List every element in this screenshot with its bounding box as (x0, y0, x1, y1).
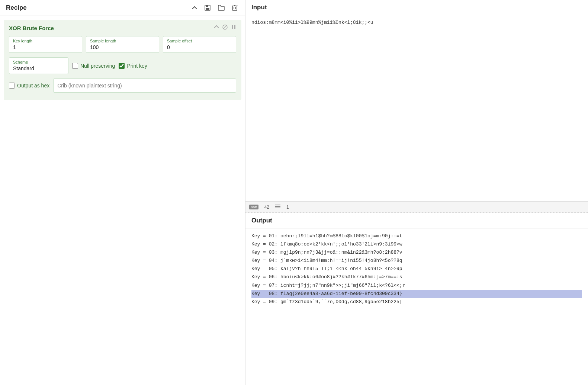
fields-row-1: Key length 1 Sample length 100 Sample of… (9, 36, 236, 53)
output-line: Key = 08: flag{2e0ee4a8-aa6d-11ef-be99-8… (251, 290, 582, 298)
collapse-button[interactable] (190, 4, 199, 12)
output-line: Key = 06: hboiu<k>kk:o6#oo8j#??kh#lk77#6… (251, 273, 582, 281)
crib-input[interactable] (53, 78, 236, 93)
input-section: Input asc 42 1 (245, 0, 588, 213)
xor-block-header: XOR Brute Force (9, 24, 236, 32)
app-container: Recipe (0, 0, 588, 385)
svg-line-9 (223, 25, 227, 29)
key-length-label: Key length (13, 39, 78, 43)
lines-count: 1 (286, 205, 289, 210)
folder-icon (218, 4, 225, 11)
svg-rect-10 (232, 25, 233, 29)
recipe-header: Recipe (0, 0, 245, 16)
output-as-hex-checkbox[interactable]: Output as hex (9, 83, 49, 89)
xor-block-title: XOR Brute Force (9, 25, 54, 31)
scheme-field: Scheme Standard (9, 57, 68, 74)
recipe-title: Recipe (6, 4, 27, 12)
print-key-input[interactable] (119, 63, 125, 69)
trash-icon (232, 4, 238, 11)
sample-offset-label: Sample offset (167, 39, 232, 43)
xor-block-actions (214, 24, 236, 32)
input-textarea[interactable] (245, 15, 588, 201)
scheme-value[interactable]: Standard (13, 65, 64, 71)
output-line: Key = 01: oehnr;l9ll=h1$hh?m$88lo$kl00$1… (251, 232, 582, 240)
output-line: Key = 07: icnht=j?jj;n7"nn9k">>;ji"mj66"… (251, 282, 582, 290)
output-header: Output (245, 213, 588, 228)
xor-disable-icon[interactable] (222, 24, 228, 32)
output-area: Key = 01: oehnr;l9ll=h1$hh?m$88lo$kl00$1… (245, 228, 588, 385)
recipe-header-icons (190, 4, 239, 12)
right-panel: Input asc 42 1 Output Key = 01: oehnr;l9… (245, 0, 588, 385)
svg-rect-1 (206, 5, 208, 7)
output-line: Key = 04: j`mkw>i<ii8m4!mm:h!==ij!ni55!4… (251, 257, 582, 265)
svg-rect-3 (232, 6, 237, 10)
sample-offset-value[interactable]: 0 (167, 44, 232, 50)
xor-pause-icon[interactable] (231, 25, 236, 31)
output-section: Output Key = 01: oehnr;l9ll=h1$hh?m$88lo… (245, 213, 588, 385)
sample-length-field: Sample length 100 (86, 36, 159, 53)
hex-row: Output as hex (9, 78, 236, 93)
null-preserving-checkbox[interactable]: Null preserving (72, 63, 115, 69)
xor-brute-force-block: XOR Brute Force (4, 20, 241, 100)
output-line: Key = 09: gm`fz3d1dd5`9,``7e,00dg,cd88,9… (251, 298, 582, 306)
key-length-field: Key length 1 (9, 36, 82, 53)
left-panel: Recipe (0, 0, 245, 385)
char-count: 42 (264, 205, 269, 210)
print-key-label: Print key (127, 63, 147, 69)
null-preserving-label: Null preserving (80, 63, 115, 69)
svg-rect-11 (234, 25, 235, 29)
null-preserving-input[interactable] (72, 63, 78, 69)
options-row: Scheme Standard Null preserving Print ke… (9, 57, 236, 74)
delete-button[interactable] (230, 4, 239, 12)
lines-icon (275, 204, 280, 210)
save-button[interactable] (203, 4, 212, 12)
key-length-value[interactable]: 1 (13, 44, 78, 50)
xor-collapse-icon[interactable] (214, 25, 219, 31)
sample-length-value[interactable]: 100 (90, 44, 155, 50)
output-as-hex-input[interactable] (9, 83, 15, 89)
asc-tag: asc (249, 205, 258, 209)
sample-offset-field: Sample offset 0 (163, 36, 236, 53)
scheme-label: Scheme (13, 60, 64, 64)
output-line: Key = 05: kaljv?h=hh9l5 ll;i <<hk oh44 5… (251, 265, 582, 273)
chevron-up-icon (192, 5, 197, 11)
sample-length-label: Sample length (90, 39, 155, 43)
output-line: Key = 02: lfkmq8o:oo>k2'kk<n';;ol'ho33'2… (251, 240, 582, 248)
svg-rect-2 (206, 8, 209, 10)
input-header: Input (245, 0, 588, 15)
output-line: Key = 03: mgjlp9n;nn?j3&jj=o&::nm&in22&3… (251, 248, 582, 257)
print-key-checkbox[interactable]: Print key (119, 63, 147, 69)
output-as-hex-label: Output as hex (17, 83, 49, 89)
input-status-bar: asc 42 1 (245, 201, 588, 213)
folder-button[interactable] (216, 4, 226, 12)
save-icon (204, 4, 211, 11)
